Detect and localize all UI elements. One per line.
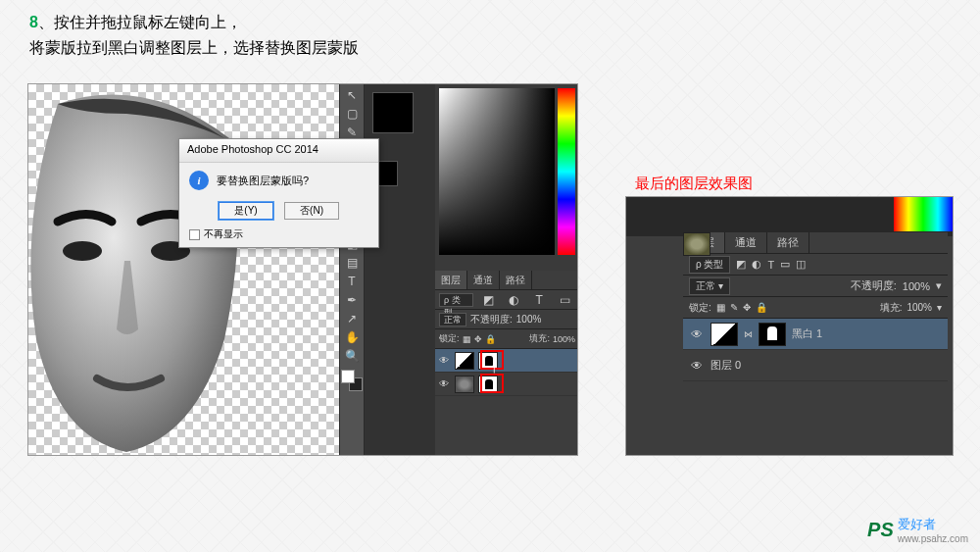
filter-adj-icon[interactable]: ◐ — [752, 258, 761, 271]
opacity-value[interactable]: 100% — [903, 280, 930, 292]
layer-list: 👁 👁 — [435, 349, 578, 396]
layer-thumb[interactable] — [455, 376, 474, 393]
result-top-bar — [626, 197, 953, 236]
step-number: 8 — [29, 14, 38, 30]
lock-position-icon[interactable]: ✥ — [474, 334, 482, 344]
fill-value[interactable]: 100% — [906, 302, 932, 313]
dialog-title: Adobe Photoshop CC 2014 — [179, 139, 378, 163]
link-icon[interactable]: ⋈ — [744, 329, 753, 339]
mask-thumb-source[interactable] — [478, 376, 498, 393]
dialog-message: 要替换图层蒙版吗? — [217, 174, 309, 188]
visibility-icon[interactable]: 👁 — [691, 359, 705, 373]
svg-point-0 — [63, 241, 102, 261]
layer-filter-row: ρ 类型 ◩ ◐ T ▭ ◫ — [683, 254, 948, 276]
marquee-tool-icon[interactable]: ▢ — [341, 105, 363, 123]
filter-image-icon[interactable]: ◩ — [477, 291, 499, 309]
path-tool-icon[interactable]: ↗ — [341, 310, 363, 327]
no-button[interactable]: 否(N) — [284, 202, 339, 220]
zoom-tool-icon[interactable]: 🔍 — [341, 347, 363, 365]
layer-list: 👁 ⋈ 黑白 1 👁 图层 0 — [683, 319, 948, 381]
lock-fill-row: 锁定: ▦ ✥ 🔒 填充: 100% — [435, 329, 578, 349]
kind-filter[interactable]: ρ 类型 — [689, 256, 730, 274]
hue-slider[interactable] — [558, 88, 575, 255]
dont-show-label: 不再显示 — [204, 227, 243, 241]
lock-brush-icon[interactable]: ✎ — [730, 302, 738, 313]
dialog-body: i 要替换图层蒙版吗? — [179, 163, 378, 198]
adjustment-thumb[interactable] — [455, 352, 474, 370]
filter-type-icon[interactable]: T — [528, 291, 550, 309]
kind-filter[interactable]: ρ 类型 — [439, 293, 473, 307]
layer-adjustment-bw[interactable]: 👁 — [435, 349, 578, 373]
tab-paths[interactable]: 路径 — [767, 232, 809, 253]
type-tool-icon[interactable]: T — [341, 273, 363, 290]
tab-channels[interactable]: 通道 — [725, 232, 767, 253]
foreground-background-swatch[interactable] — [341, 370, 363, 391]
step-line1: 、按住并拖拉鼠标左键向上， — [38, 14, 242, 30]
opacity-value[interactable]: 100% — [516, 314, 542, 325]
lock-pixels-icon[interactable]: ▦ — [716, 302, 725, 313]
yes-button[interactable]: 是(Y) — [219, 202, 273, 220]
fill-label: 填充: — [880, 301, 903, 315]
visibility-icon[interactable]: 👁 — [691, 327, 705, 341]
tab-layers[interactable]: 图层 — [435, 271, 467, 289]
layer-filter-row: ρ 类型 ◩ ◐ T ▭ — [435, 290, 578, 310]
move-tool-icon[interactable]: ↖ — [341, 86, 363, 104]
layer-0[interactable]: 👁 图层 0 — [683, 350, 948, 381]
layer-thumb[interactable] — [683, 232, 710, 256]
blend-mode-select[interactable]: 正常 ▾ — [689, 277, 730, 295]
filter-smart-icon[interactable]: ◫ — [796, 258, 806, 271]
step-line2: 将蒙版拉到黑白调整图层上，选择替换图层蒙版 — [29, 39, 359, 56]
panel-tabs: 图层 通道 路径 — [435, 271, 578, 290]
visibility-icon[interactable]: 👁 — [439, 378, 451, 389]
layer-image[interactable]: 👁 — [435, 373, 578, 396]
filter-adj-icon[interactable]: ◐ — [503, 291, 524, 309]
layers-panel-result: 图层 通道 路径 ρ 类型 ◩ ◐ T ▭ ◫ 正常 ▾ 不透明度: 100% … — [683, 232, 948, 438]
result-title: 最后的图层效果图 — [635, 175, 753, 193]
layer-name[interactable]: 黑白 1 — [792, 326, 822, 341]
watermark-logo2: 爱好者 — [898, 517, 936, 531]
opacity-label: 不透明度: — [470, 313, 513, 326]
hue-slider-stub — [894, 197, 953, 231]
watermark-url: www.psahz.com — [898, 533, 968, 544]
filter-image-icon[interactable]: ◩ — [736, 258, 746, 271]
watermark: PS 爱好者 www.psahz.com — [867, 516, 968, 544]
filter-shape-icon[interactable]: ▭ — [554, 291, 575, 309]
lock-all-icon[interactable]: 🔒 — [756, 302, 767, 313]
step-instruction: 8、按住并拖拉鼠标左键向上， 将蒙版拉到黑白调整图层上，选择替换图层蒙版 — [29, 10, 359, 60]
photoshop-window-result: 图层 通道 路径 ρ 类型 ◩ ◐ T ▭ ◫ 正常 ▾ 不透明度: 100% … — [625, 196, 954, 456]
lock-position-icon[interactable]: ✥ — [743, 302, 751, 313]
mask-thumb[interactable] — [759, 323, 786, 346]
lock-pixels-icon[interactable]: ▦ — [463, 334, 471, 344]
foreground-color[interactable] — [341, 370, 355, 383]
gradient-tool-icon[interactable]: ▤ — [341, 254, 363, 272]
adjustment-thumb[interactable] — [710, 323, 738, 346]
lock-fill-row: 锁定: ▦ ✎ ✥ 🔒 填充: 100% ▾ — [683, 297, 948, 319]
info-icon: i — [189, 171, 209, 190]
visibility-icon[interactable]: 👁 — [439, 355, 451, 366]
dont-show-row[interactable]: 不再显示 — [179, 224, 378, 245]
filter-shape-icon[interactable]: ▭ — [780, 258, 790, 271]
filter-type-icon[interactable]: T — [767, 259, 774, 271]
dont-show-checkbox[interactable] — [189, 229, 200, 240]
saturation-brightness-box[interactable] — [439, 88, 555, 255]
layer-name[interactable]: 图层 0 — [710, 358, 741, 373]
replace-mask-dialog: Adobe Photoshop CC 2014 i 要替换图层蒙版吗? 是(Y)… — [178, 138, 379, 248]
tab-channels[interactable]: 通道 — [467, 271, 500, 289]
tab-paths[interactable]: 路径 — [500, 271, 532, 289]
dropdown-icon[interactable]: ▾ — [937, 302, 942, 313]
lock-label: 锁定: — [689, 301, 711, 315]
blend-mode-select[interactable]: 正常 — [439, 313, 466, 326]
dropdown-icon[interactable]: ▾ — [936, 279, 942, 292]
blend-opacity-row: 正常 不透明度: 100% — [435, 310, 578, 329]
watermark-logo1: PS — [867, 519, 894, 541]
panel-tabs: 图层 通道 路径 — [683, 232, 948, 254]
hand-tool-icon[interactable]: ✋ — [341, 328, 363, 346]
layers-panel: 图层 通道 路径 ρ 类型 ◩ ◐ T ▭ 正常 不透明度: 100% 锁定: … — [435, 271, 578, 456]
pen-tool-icon[interactable]: ✒ — [341, 291, 363, 309]
fill-value[interactable]: 100% — [553, 334, 575, 344]
color-panel — [435, 84, 578, 271]
lock-label: 锁定: — [439, 332, 460, 345]
lock-all-icon[interactable]: 🔒 — [485, 334, 496, 344]
large-color-swatch[interactable] — [372, 92, 414, 133]
layer-bw-adjustment[interactable]: 👁 ⋈ 黑白 1 — [683, 319, 948, 350]
